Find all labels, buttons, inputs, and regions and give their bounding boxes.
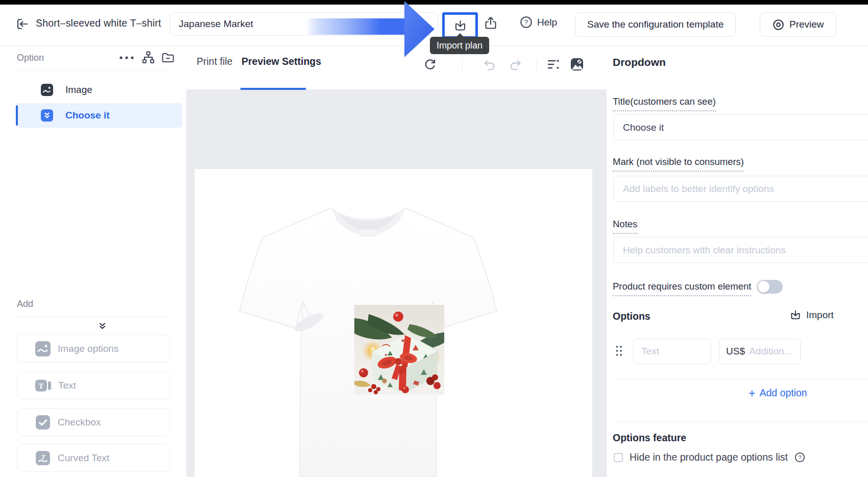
plus-icon: + [749, 388, 755, 398]
custom-element-toggle[interactable] [757, 280, 783, 294]
share-button[interactable] [482, 14, 499, 32]
option-price-input[interactable]: US$ Addition... [719, 339, 801, 364]
background-image-icon[interactable] [569, 56, 585, 73]
curved-text-icon: T [35, 450, 51, 466]
option-section-label: Option [17, 53, 44, 63]
more-options-icon[interactable] [118, 55, 136, 60]
svg-text:T: T [39, 382, 44, 390]
svg-text:?: ? [524, 18, 528, 26]
panel-divider [613, 421, 868, 422]
add-section-label: Add [17, 299, 33, 309]
add-option-button[interactable]: + Add option [749, 387, 807, 399]
option-text-input[interactable] [633, 339, 711, 364]
sort-list-icon[interactable] [545, 56, 562, 73]
question-circle-icon: ? [520, 16, 533, 29]
eye-icon [772, 18, 785, 31]
dropdown-layer-icon [41, 109, 53, 122]
design-canvas[interactable] [186, 90, 607, 477]
notes-input[interactable] [613, 237, 868, 263]
undo-icon[interactable] [481, 56, 498, 73]
layers-sidebar: Option [0, 46, 186, 477]
hierarchy-icon[interactable] [141, 51, 155, 64]
options-feature-heading: Options feature [613, 432, 686, 444]
mark-field-label: Mark (not visible to consumers) [613, 156, 744, 172]
text-icon: T [35, 378, 51, 393]
add-text-button[interactable]: T Text [17, 371, 170, 399]
help-label: Help [537, 17, 557, 28]
question-circle-icon[interactable]: ? [794, 452, 805, 463]
market-input[interactable] [170, 12, 438, 36]
chevron-double-down-icon[interactable] [98, 322, 107, 330]
layer-item-image[interactable]: Image [16, 78, 182, 102]
title-field-label: Title(customers can see) [613, 96, 716, 111]
tab-print-file[interactable]: Print file [197, 56, 232, 67]
page-title: Short–sleeved white T–shirt [36, 17, 161, 29]
share-icon [483, 15, 498, 31]
editor-tabs-row: Print file Preview Settings [186, 46, 607, 90]
screen-top-edge [0, 0, 868, 5]
notes-field-label: Notes [613, 219, 637, 234]
hide-option-label: Hide in the product page options list [630, 451, 788, 463]
app-window: Short–sleeved white T–shirt ? Help Save … [0, 0, 868, 477]
gift-box-image[interactable] [354, 305, 444, 395]
redo-icon[interactable] [507, 56, 523, 73]
hide-option-checkbox[interactable] [614, 453, 623, 462]
save-template-button[interactable]: Save the configuration template [575, 12, 736, 37]
add-curved-text-button[interactable]: T Curved Text [17, 444, 170, 472]
layer-label: Choose it [65, 110, 110, 121]
image-options-icon [35, 341, 51, 356]
custom-element-label: Product requires custom element [613, 281, 751, 296]
toolbar-separator [462, 58, 463, 71]
import-options-button[interactable]: Import [789, 309, 834, 321]
import-plan-tooltip: Import plan [430, 37, 489, 54]
add-divider [17, 317, 170, 317]
svg-text:?: ? [798, 455, 801, 461]
sync-icon[interactable] [422, 56, 438, 73]
toggle-knob [758, 281, 769, 293]
folder-icon[interactable] [161, 51, 175, 65]
add-image-options-button[interactable]: Image options [17, 335, 170, 363]
title-input[interactable] [613, 114, 868, 140]
checkbox-icon [35, 415, 51, 430]
import-icon [789, 309, 802, 321]
layer-item-choose-it[interactable]: Choose it [16, 103, 182, 128]
image-layer-icon [41, 84, 53, 96]
mark-input[interactable] [613, 176, 868, 202]
preview-button[interactable]: Preview [760, 12, 836, 37]
sidebar-divider [17, 70, 170, 71]
editor-workspace: Print file Preview Settings [186, 46, 607, 477]
toolbar-separator [537, 58, 537, 71]
selected-indicator-bar [16, 105, 18, 126]
back-icon[interactable] [15, 17, 30, 31]
tab-preview-settings[interactable]: Preview Settings [242, 56, 321, 67]
options-section-label: Options [613, 311, 650, 322]
panel-heading: Dropdown [613, 56, 666, 68]
hide-option-row: Hide in the product page options list ? [614, 451, 805, 463]
help-button[interactable]: ? Help [520, 16, 557, 29]
panel-divider [613, 379, 868, 379]
product-photo-area[interactable] [195, 169, 592, 477]
price-placeholder: Addition... [749, 346, 792, 357]
properties-panel: Dropdown Title(customers can see) Mark (… [607, 46, 868, 477]
tooltip-caret [456, 33, 464, 37]
add-checkbox-button[interactable]: Checkbox [17, 408, 170, 436]
drag-handle[interactable] [615, 345, 623, 356]
import-icon [453, 19, 467, 33]
layer-label: Image [65, 84, 92, 96]
currency-prefix: US$ [726, 346, 745, 357]
